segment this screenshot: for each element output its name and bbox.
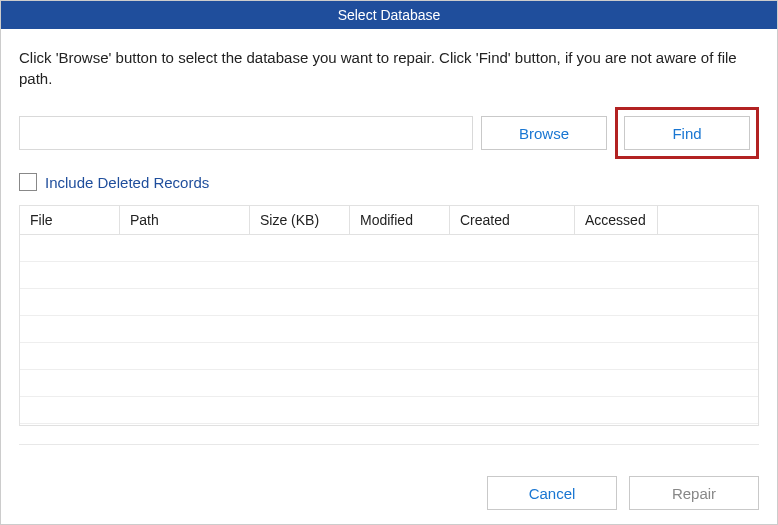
column-size[interactable]: Size (KB): [250, 206, 350, 234]
include-deleted-checkbox[interactable]: [19, 173, 37, 191]
column-path[interactable]: Path: [120, 206, 250, 234]
include-deleted-label[interactable]: Include Deleted Records: [45, 174, 209, 191]
column-extra: [658, 206, 758, 234]
title-bar: Select Database: [1, 1, 777, 29]
column-accessed[interactable]: Accessed: [575, 206, 658, 234]
table-row: [20, 289, 758, 316]
table-row: [20, 262, 758, 289]
window-title: Select Database: [338, 7, 441, 23]
instruction-text: Click 'Browse' button to select the data…: [19, 47, 759, 89]
include-deleted-row: Include Deleted Records: [19, 173, 759, 191]
table-row: [20, 370, 758, 397]
browse-button[interactable]: Browse: [481, 116, 607, 150]
find-highlight-box: Find: [615, 107, 759, 159]
column-modified[interactable]: Modified: [350, 206, 450, 234]
table-row: [20, 397, 758, 424]
repair-button[interactable]: Repair: [629, 476, 759, 510]
table-row: [20, 343, 758, 370]
column-created[interactable]: Created: [450, 206, 575, 234]
results-table: File Path Size (KB) Modified Created Acc…: [19, 205, 759, 426]
find-button[interactable]: Find: [624, 116, 750, 150]
cancel-button[interactable]: Cancel: [487, 476, 617, 510]
column-file[interactable]: File: [20, 206, 120, 234]
browse-row: Browse Find: [19, 107, 759, 159]
table-row: [20, 316, 758, 343]
footer-divider: [19, 444, 759, 445]
table-row: [20, 235, 758, 262]
dialog-content: Click 'Browse' button to select the data…: [1, 29, 777, 445]
table-body: [20, 235, 758, 425]
database-path-input[interactable]: [19, 116, 473, 150]
table-header: File Path Size (KB) Modified Created Acc…: [20, 206, 758, 235]
dialog-footer: Cancel Repair: [487, 476, 759, 510]
